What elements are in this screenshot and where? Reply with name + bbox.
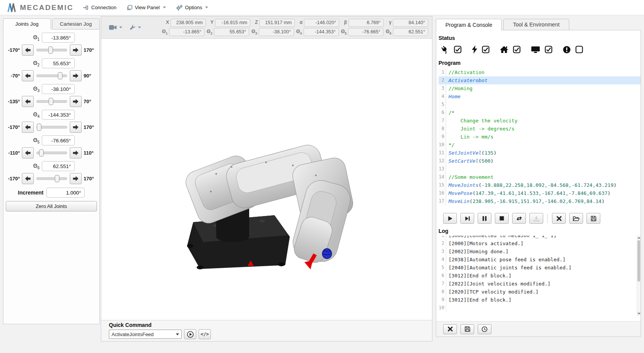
code-line[interactable]: 3 //Homing xyxy=(439,84,641,92)
readout-value: -38.100° xyxy=(259,28,294,36)
quick-command-select[interactable]: ActivateJointsFeed xyxy=(109,330,182,339)
line-number: 5 xyxy=(439,264,446,272)
tab-tool-environment[interactable]: Tool & Environment xyxy=(503,19,569,30)
code-line[interactable]: 6 /* xyxy=(439,109,641,117)
jog-minus-button[interactable] xyxy=(22,96,34,107)
tab-joints-jog[interactable]: Joints Jog xyxy=(3,18,51,30)
connection-menu-label: Connection xyxy=(91,5,117,10)
code-line[interactable]: 12 SetCartVel(500) xyxy=(439,157,641,165)
connection-menu[interactable]: Connection xyxy=(82,5,117,11)
code-line[interactable]: 11 SetJointVel(135) xyxy=(439,149,641,157)
joint-slider[interactable] xyxy=(36,177,67,180)
joint-slider[interactable] xyxy=(36,100,67,103)
code-line[interactable]: 8 Joint -> degrees/s xyxy=(439,125,641,133)
joint-slider[interactable] xyxy=(36,49,67,51)
code-line[interactable]: 13 xyxy=(439,165,641,173)
save-log-button[interactable] xyxy=(460,324,474,334)
jog-minus-button[interactable] xyxy=(22,122,34,133)
jog-plus-button[interactable] xyxy=(70,173,82,184)
stop-program-button[interactable] xyxy=(495,213,509,224)
code-line[interactable]: 16 MovePose(147.39,-41.61,141.533,-167.6… xyxy=(439,189,641,197)
code-text: */ xyxy=(446,141,455,149)
joint-value-input[interactable] xyxy=(42,110,75,120)
jog-plus-button[interactable] xyxy=(70,70,82,81)
zero-all-joints-button[interactable]: Zero All Joints xyxy=(6,201,97,211)
view-panel-menu[interactable]: View Panel xyxy=(127,5,166,11)
activation-checkbox[interactable] xyxy=(482,46,490,53)
joint-value-input[interactable] xyxy=(42,33,75,43)
clear-program-button[interactable] xyxy=(552,213,566,224)
code-line[interactable]: 17 MoveLin(238.905,-16.915,151.917,-146.… xyxy=(439,197,641,205)
code-line[interactable]: 4 Home xyxy=(439,92,641,101)
joint-slider-thumb[interactable] xyxy=(58,72,62,79)
program-console-panel: Program & Console Tool & Environment Sta… xyxy=(436,30,641,337)
scroll-up-icon[interactable] xyxy=(637,237,641,239)
check-icon xyxy=(513,46,521,53)
step-program-button[interactable] xyxy=(460,213,474,224)
log-text: [2000][Motors activated.] xyxy=(446,239,524,247)
scroll-down-icon[interactable] xyxy=(637,313,641,315)
chevron-down-icon xyxy=(119,26,122,28)
jog-minus-button[interactable] xyxy=(22,147,34,158)
joint-slider-thumb[interactable] xyxy=(49,98,53,105)
joint-slider-thumb[interactable] xyxy=(48,46,53,54)
code-line[interactable]: 2 Activaterobot xyxy=(439,76,641,84)
save-program-button[interactable] xyxy=(586,213,600,224)
code-line[interactable]: 5 xyxy=(439,101,641,109)
download-program-button[interactable] xyxy=(529,213,543,224)
jog-minus-button[interactable] xyxy=(22,173,34,184)
joint-slider[interactable] xyxy=(36,126,67,129)
connection-checkbox[interactable] xyxy=(454,46,462,53)
robot-3d-viewport[interactable] xyxy=(101,39,432,320)
run-program-button[interactable] xyxy=(443,213,457,224)
code-line[interactable]: 9 Lin -> mm/s xyxy=(439,133,641,141)
joint-max-label: 70° xyxy=(82,99,97,104)
open-program-button[interactable] xyxy=(569,213,583,224)
homing-checkbox[interactable] xyxy=(513,46,521,53)
loop-program-button[interactable] xyxy=(512,213,526,224)
tab-program-console[interactable]: Program & Console xyxy=(436,19,502,31)
joint-slider[interactable] xyxy=(36,74,67,77)
simulation-checkbox[interactable] xyxy=(545,46,552,53)
clear-log-button[interactable] xyxy=(443,324,457,334)
log-line: 10 xyxy=(439,304,641,312)
jog-plus-button[interactable] xyxy=(70,45,82,56)
joint-value-input[interactable] xyxy=(42,161,75,171)
log-scrollbar-thumb[interactable] xyxy=(637,240,640,282)
arrow-left-icon xyxy=(25,176,31,181)
joint-value-input[interactable] xyxy=(42,135,75,145)
increment-input[interactable] xyxy=(46,188,85,198)
jog-minus-button[interactable] xyxy=(22,70,34,81)
run-quick-command-button[interactable] xyxy=(184,329,196,339)
log-timestamps-button[interactable] xyxy=(478,324,491,334)
options-menu[interactable]: Options xyxy=(176,5,209,11)
code-line[interactable]: 1 //Activation xyxy=(439,68,641,76)
error-checkbox[interactable] xyxy=(575,46,583,53)
jog-plus-button[interactable] xyxy=(70,96,82,107)
edit-command-button[interactable]: </> xyxy=(199,329,211,339)
log-console[interactable]: 1 [3000][Connected to Meca500 1_ 1_ 1] 2… xyxy=(439,236,641,316)
joint-slider-thumb[interactable] xyxy=(39,149,44,157)
joint-slider[interactable] xyxy=(36,152,67,154)
code-line[interactable]: 7 Change the velocity xyxy=(439,117,641,125)
jog-plus-button[interactable] xyxy=(70,122,82,133)
joint-value-input[interactable] xyxy=(42,58,75,68)
jog-plus-button[interactable] xyxy=(70,147,82,158)
readout-cell: Θ3 -38.100° xyxy=(251,28,294,36)
program-code-editor[interactable]: 1 //Activation 2 Activaterobot 3 //Homin… xyxy=(439,68,641,209)
program-controls xyxy=(443,213,641,224)
camera-menu-button[interactable] xyxy=(109,25,122,30)
tools-menu-button[interactable] xyxy=(129,24,141,31)
tab-cartesian-jog[interactable]: Cartesian Jog xyxy=(52,18,100,30)
joint-value-input[interactable] xyxy=(42,84,75,94)
code-text: SetCartVel(500) xyxy=(446,157,493,165)
joint-slider-thumb[interactable] xyxy=(37,124,41,131)
code-line[interactable]: 15 MoveJoints(-19.888,22.258,18.092,-84.… xyxy=(439,181,641,189)
joint-slider-thumb[interactable] xyxy=(55,175,59,182)
code-line[interactable]: 14 //Some movement xyxy=(439,173,641,181)
jog-minus-button[interactable] xyxy=(22,45,34,56)
log-scrollbar[interactable] xyxy=(637,236,641,316)
joint-label: Θ2 xyxy=(28,60,39,67)
pause-program-button[interactable] xyxy=(478,213,491,224)
code-line[interactable]: 10 */ xyxy=(439,141,641,149)
